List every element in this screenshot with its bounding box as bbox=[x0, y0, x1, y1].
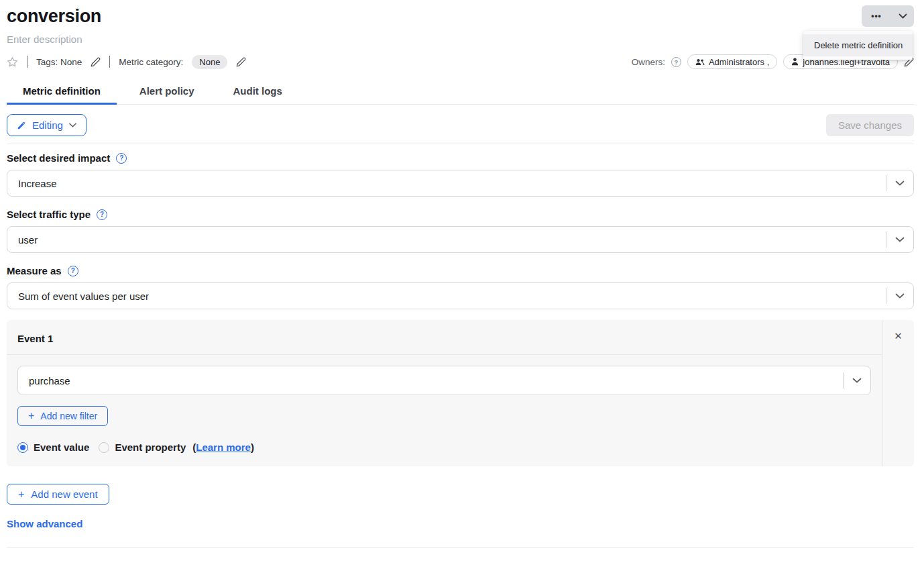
impact-select[interactable]: Increase bbox=[7, 170, 914, 197]
chevron-down-icon bbox=[886, 293, 913, 299]
traffic-select[interactable]: user bbox=[7, 226, 914, 253]
chevron-down-icon bbox=[844, 378, 870, 383]
learn-more-link[interactable]: Learn more bbox=[196, 442, 251, 453]
more-actions-group: ••• bbox=[862, 5, 914, 27]
add-filter-label: Add new filter bbox=[40, 411, 97, 421]
description-placeholder[interactable]: Enter description bbox=[7, 34, 914, 45]
editing-label: Editing bbox=[32, 119, 63, 131]
paren-close: ) bbox=[251, 442, 254, 453]
event-card: Event 1 purchase + Add new filter Event … bbox=[7, 320, 914, 466]
page-title: conversion bbox=[7, 5, 101, 27]
meta-left: Tags: None Metric category: None bbox=[7, 55, 246, 69]
save-changes-button[interactable]: Save changes bbox=[826, 114, 914, 136]
meta-row: Tags: None Metric category: None Owners:… bbox=[7, 54, 914, 69]
traffic-label-text: Select traffic type bbox=[7, 209, 91, 220]
impact-select-value: Increase bbox=[7, 178, 886, 189]
pencil-icon bbox=[17, 121, 26, 130]
chevron-down-icon bbox=[886, 237, 913, 242]
add-new-filter-button[interactable]: + Add new filter bbox=[17, 406, 108, 426]
event-card-side: ✕ bbox=[882, 320, 914, 466]
metric-category-label: Metric category: bbox=[119, 57, 183, 67]
measure-label-text: Measure as bbox=[7, 265, 62, 276]
owners-label: Owners: bbox=[632, 57, 665, 67]
tab-alert-policy[interactable]: Alert policy bbox=[123, 85, 211, 104]
add-event-label: Add new event bbox=[31, 488, 97, 500]
chevron-down-icon bbox=[69, 123, 76, 127]
owner-group-pill: Administrators , bbox=[687, 54, 777, 69]
event-property-radio[interactable] bbox=[99, 442, 109, 453]
plus-icon: + bbox=[18, 489, 24, 500]
measure-select-value: Sum of event values per user bbox=[7, 291, 886, 302]
toolbar: Editing Save changes bbox=[7, 114, 914, 136]
impact-label-text: Select desired impact bbox=[7, 152, 110, 164]
ellipsis-icon: ••• bbox=[871, 11, 882, 21]
meta-divider bbox=[27, 56, 27, 68]
learn-more-wrap: (Learn more) bbox=[192, 442, 254, 453]
plus-icon: + bbox=[28, 411, 34, 421]
traffic-help-icon[interactable]: ? bbox=[97, 209, 107, 220]
tab-bar: Metric definition Alert policy Audit log… bbox=[7, 85, 914, 105]
more-actions-button[interactable]: ••• bbox=[862, 5, 891, 27]
meta-divider bbox=[109, 56, 110, 68]
favorite-star-icon[interactable] bbox=[7, 56, 18, 68]
event-value-radio[interactable] bbox=[17, 442, 28, 453]
event-name-value: purchase bbox=[18, 375, 843, 386]
owners-help-icon[interactable]: ? bbox=[671, 57, 681, 67]
actions-dropdown-button[interactable] bbox=[891, 5, 914, 27]
header: conversion ••• Delete metric definition bbox=[7, 0, 914, 27]
section-divider bbox=[7, 144, 914, 144]
impact-help-icon[interactable]: ? bbox=[116, 153, 127, 164]
traffic-field-label: Select traffic type ? bbox=[7, 209, 914, 220]
metric-category-badge: None bbox=[192, 55, 227, 69]
measure-select[interactable]: Sum of event values per user bbox=[7, 282, 914, 309]
event-card-body: purchase + Add new filter Event value Ev… bbox=[7, 355, 882, 464]
event-value-radio-label[interactable]: Event value bbox=[34, 442, 89, 453]
edit-category-pencil-icon[interactable] bbox=[236, 57, 246, 67]
actions-menu: Delete metric definition bbox=[803, 31, 913, 60]
event-card-title: Event 1 bbox=[7, 320, 882, 355]
owner-group-name: Administrators , bbox=[709, 57, 769, 67]
measure-field-label: Measure as ? bbox=[7, 265, 914, 276]
event-property-radio-label[interactable]: Event property bbox=[115, 442, 186, 453]
traffic-select-value: user bbox=[7, 234, 886, 246]
group-icon bbox=[695, 58, 705, 66]
menu-item-delete-metric[interactable]: Delete metric definition bbox=[803, 34, 913, 56]
remove-event-close-icon[interactable]: ✕ bbox=[894, 331, 903, 341]
tab-audit-logs[interactable]: Audit logs bbox=[217, 85, 298, 104]
impact-field-label: Select desired impact ? bbox=[7, 152, 914, 164]
header-actions: ••• Delete metric definition bbox=[862, 5, 914, 27]
edit-tags-pencil-icon[interactable] bbox=[91, 57, 101, 67]
event-name-select[interactable]: purchase bbox=[17, 366, 871, 395]
tags-label: Tags: None bbox=[36, 57, 82, 67]
person-icon bbox=[791, 58, 799, 66]
add-new-event-button[interactable]: + Add new event bbox=[7, 484, 109, 505]
chevron-down-icon bbox=[899, 13, 907, 19]
editing-mode-button[interactable]: Editing bbox=[7, 114, 86, 136]
chevron-down-icon bbox=[886, 180, 913, 186]
show-advanced-link[interactable]: Show advanced bbox=[7, 518, 914, 529]
bottom-divider bbox=[7, 547, 914, 548]
event-card-main: Event 1 purchase + Add new filter Event … bbox=[7, 320, 882, 466]
tab-metric-definition[interactable]: Metric definition bbox=[7, 85, 117, 104]
measure-help-icon[interactable]: ? bbox=[68, 266, 78, 276]
measurement-radio-row: Event value Event property (Learn more) bbox=[17, 442, 871, 453]
metric-page: conversion ••• Delete metric definition … bbox=[0, 0, 924, 571]
